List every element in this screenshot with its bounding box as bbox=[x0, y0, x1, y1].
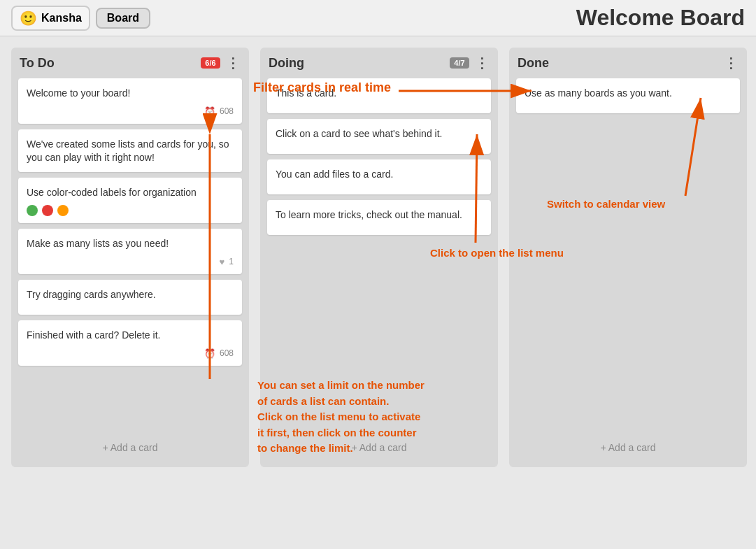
board: To Do 6/6 ⋮ Welcome to your board! ⏰ 608… bbox=[0, 36, 756, 549]
todo-add-card-button[interactable]: + Add a card bbox=[11, 435, 249, 460]
clock-icon-2: ⏰ bbox=[204, 348, 215, 359]
todo-card-1-text: Welcome to your board! bbox=[27, 87, 130, 99]
clock-icon: ⏰ bbox=[204, 106, 215, 117]
todo-card-2-text: We've created some lists and cards for y… bbox=[27, 138, 229, 164]
doing-card-3[interactable]: You can add files to a card. bbox=[267, 159, 491, 194]
todo-cards: Welcome to your board! ⏰ 608 We've creat… bbox=[11, 78, 249, 435]
todo-card-1-num: 608 bbox=[220, 106, 234, 116]
app-logo[interactable]: 🙂 Kansha bbox=[11, 6, 90, 31]
label-red bbox=[42, 205, 53, 216]
doing-card-2[interactable]: Click on a card to see what's behind it. bbox=[267, 119, 491, 154]
column-doing: Doing 4/7 ⋮ This is a card. Click on a c… bbox=[260, 48, 498, 467]
todo-card-3-labels bbox=[27, 205, 234, 216]
doing-add-card-button[interactable]: + Add a card bbox=[260, 435, 498, 460]
column-done-title: Done bbox=[518, 56, 549, 71]
column-doing-header: Doing 4/7 ⋮ bbox=[260, 48, 498, 78]
done-card-1-text: Use as many boards as you want. bbox=[525, 87, 672, 99]
todo-card-2[interactable]: We've created some lists and cards for y… bbox=[18, 129, 242, 172]
todo-card-3[interactable]: Use color-coded labels for organization bbox=[18, 178, 242, 224]
todo-card-6-text: Finished with a card? Delete it. bbox=[27, 329, 160, 341]
doing-card-2-text: Click on a card to see what's behind it. bbox=[276, 128, 442, 139]
doing-badge[interactable]: 4/7 bbox=[450, 57, 469, 69]
doing-card-1-text: This is a card. bbox=[276, 87, 336, 99]
doing-card-3-text: You can add files to a card. bbox=[276, 169, 393, 180]
header-left: 🙂 Kansha Board bbox=[11, 6, 150, 31]
todo-menu-button[interactable]: ⋮ bbox=[226, 55, 241, 71]
smiley-icon: 🙂 bbox=[20, 10, 37, 27]
todo-card-4-heart-num: 1 bbox=[229, 257, 234, 266]
done-cards: Use as many boards as you want. bbox=[509, 78, 747, 435]
column-done: Done ⋮ Use as many boards as you want. +… bbox=[509, 48, 747, 467]
todo-card-6[interactable]: Finished with a card? Delete it. ⏰ 608 bbox=[18, 320, 242, 366]
column-done-header-right: ⋮ bbox=[724, 55, 739, 71]
todo-card-1-meta: ⏰ 608 bbox=[27, 106, 234, 117]
label-green bbox=[27, 205, 38, 216]
doing-card-1[interactable]: This is a card. bbox=[267, 78, 491, 113]
label-orange bbox=[57, 205, 69, 216]
todo-card-5-text: Try dragging cards anywhere. bbox=[27, 289, 156, 300]
board-button[interactable]: Board bbox=[96, 8, 150, 29]
todo-badge[interactable]: 6/6 bbox=[201, 57, 220, 69]
todo-card-6-num: 608 bbox=[220, 348, 234, 358]
doing-cards: This is a card. Click on a card to see w… bbox=[260, 78, 498, 435]
done-add-card-button[interactable]: + Add a card bbox=[509, 435, 747, 460]
column-doing-header-right: 4/7 ⋮ bbox=[450, 55, 490, 71]
column-todo-header-right: 6/6 ⋮ bbox=[201, 55, 241, 71]
todo-card-3-text: Use color-coded labels for organization bbox=[27, 187, 197, 198]
todo-card-4-meta: ♥ 1 bbox=[27, 257, 234, 267]
page-title: Welcome Board bbox=[576, 5, 745, 31]
doing-card-4-text: To learn more tricks, check out the manu… bbox=[276, 209, 462, 220]
todo-card-1[interactable]: Welcome to your board! ⏰ 608 bbox=[18, 78, 242, 124]
column-todo-title: To Do bbox=[20, 56, 55, 71]
todo-card-4-text: Make as many lists as you need! bbox=[27, 238, 169, 249]
doing-menu-button[interactable]: ⋮ bbox=[475, 55, 490, 71]
column-todo: To Do 6/6 ⋮ Welcome to your board! ⏰ 608… bbox=[11, 48, 249, 467]
app-name: Kansha bbox=[41, 12, 82, 24]
doing-card-4[interactable]: To learn more tricks, check out the manu… bbox=[267, 200, 491, 235]
todo-card-5[interactable]: Try dragging cards anywhere. bbox=[18, 280, 242, 315]
done-card-1[interactable]: Use as many boards as you want. bbox=[516, 78, 740, 113]
done-menu-button[interactable]: ⋮ bbox=[724, 55, 739, 71]
column-todo-header: To Do 6/6 ⋮ bbox=[11, 48, 249, 78]
header: 🙂 Kansha Board Welcome Board bbox=[0, 0, 756, 36]
column-doing-title: Doing bbox=[269, 56, 304, 71]
column-done-header: Done ⋮ bbox=[509, 48, 747, 78]
todo-card-4[interactable]: Make as many lists as you need! ♥ 1 bbox=[18, 229, 242, 274]
todo-card-6-meta: ⏰ 608 bbox=[27, 348, 234, 359]
heart-icon: ♥ bbox=[220, 257, 225, 267]
